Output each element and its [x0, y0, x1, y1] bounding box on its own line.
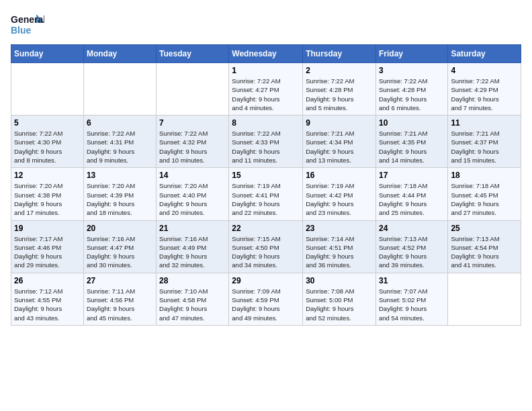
day-number: 13	[87, 171, 153, 180]
day-number: 24	[379, 224, 445, 233]
day-number: 10	[379, 118, 445, 128]
day-number: 11	[451, 118, 518, 128]
cell-info: Sunrise: 7:21 AM Sunset: 4:35 PM Dayligh…	[379, 129, 445, 165]
day-number: 26	[14, 276, 81, 285]
week-row-3: 19Sunrise: 7:17 AM Sunset: 4:46 PM Dayli…	[11, 220, 521, 273]
calendar-cell: 8Sunrise: 7:22 AM Sunset: 4:33 PM Daylig…	[229, 116, 303, 168]
calendar-cell: 18Sunrise: 7:18 AM Sunset: 4:45 PM Dayli…	[448, 168, 521, 220]
cell-info: Sunrise: 7:22 AM Sunset: 4:28 PM Dayligh…	[379, 77, 445, 112]
calendar-cell: 3Sunrise: 7:22 AM Sunset: 4:28 PM Daylig…	[375, 63, 447, 116]
cell-info: Sunrise: 7:17 AM Sunset: 4:46 PM Dayligh…	[14, 234, 81, 270]
day-number: 30	[306, 276, 373, 285]
day-number: 8	[232, 118, 300, 128]
cell-info: Sunrise: 7:20 AM Sunset: 4:40 PM Dayligh…	[159, 181, 226, 217]
cell-info: Sunrise: 7:21 AM Sunset: 4:34 PM Dayligh…	[306, 129, 373, 165]
logo: GeneralBlue	[11, 11, 44, 38]
calendar-cell: 14Sunrise: 7:20 AM Sunset: 4:40 PM Dayli…	[157, 168, 229, 220]
calendar-cell: 28Sunrise: 7:10 AM Sunset: 4:58 PM Dayli…	[157, 273, 229, 325]
day-number: 1	[232, 66, 300, 75]
calendar-cell: 11Sunrise: 7:21 AM Sunset: 4:37 PM Dayli…	[448, 116, 521, 168]
week-row-0: 1Sunrise: 7:22 AM Sunset: 4:27 PM Daylig…	[11, 63, 521, 116]
calendar-cell: 17Sunrise: 7:18 AM Sunset: 4:44 PM Dayli…	[375, 168, 447, 220]
day-number: 21	[159, 224, 226, 233]
calendar-cell: 20Sunrise: 7:16 AM Sunset: 4:47 PM Dayli…	[83, 220, 156, 273]
day-number: 4	[451, 66, 518, 75]
svg-text:General: General	[11, 14, 44, 25]
day-number: 23	[306, 224, 373, 233]
calendar-cell	[448, 273, 521, 325]
cell-info: Sunrise: 7:22 AM Sunset: 4:29 PM Dayligh…	[451, 77, 518, 112]
cell-info: Sunrise: 7:07 AM Sunset: 5:02 PM Dayligh…	[379, 287, 445, 322]
cell-info: Sunrise: 7:13 AM Sunset: 4:52 PM Dayligh…	[379, 234, 445, 270]
calendar-cell: 31Sunrise: 7:07 AM Sunset: 5:02 PM Dayli…	[375, 273, 447, 325]
day-number: 18	[451, 171, 518, 180]
calendar-cell	[83, 63, 156, 116]
day-number: 27	[87, 276, 153, 285]
svg-text:Blue: Blue	[11, 25, 32, 36]
day-number: 7	[159, 118, 226, 128]
day-number: 20	[87, 224, 153, 233]
calendar-cell: 27Sunrise: 7:11 AM Sunset: 4:56 PM Dayli…	[83, 273, 156, 325]
header-cell-thursday: Thursday	[303, 45, 376, 63]
calendar-cell: 16Sunrise: 7:19 AM Sunset: 4:42 PM Dayli…	[303, 168, 376, 220]
cell-info: Sunrise: 7:08 AM Sunset: 5:00 PM Dayligh…	[306, 287, 373, 322]
header-cell-wednesday: Wednesday	[229, 45, 303, 63]
day-number: 28	[159, 276, 226, 285]
day-number: 15	[232, 171, 300, 180]
day-number: 14	[159, 171, 226, 180]
calendar-cell: 22Sunrise: 7:15 AM Sunset: 4:50 PM Dayli…	[229, 220, 303, 273]
cell-info: Sunrise: 7:14 AM Sunset: 4:51 PM Dayligh…	[306, 234, 373, 270]
cell-info: Sunrise: 7:16 AM Sunset: 4:47 PM Dayligh…	[87, 234, 153, 270]
week-row-4: 26Sunrise: 7:12 AM Sunset: 4:55 PM Dayli…	[11, 273, 521, 325]
cell-info: Sunrise: 7:22 AM Sunset: 4:31 PM Dayligh…	[87, 129, 153, 165]
calendar-cell: 5Sunrise: 7:22 AM Sunset: 4:30 PM Daylig…	[11, 116, 84, 168]
day-number: 2	[306, 66, 373, 75]
week-row-1: 5Sunrise: 7:22 AM Sunset: 4:30 PM Daylig…	[11, 116, 521, 168]
day-number: 31	[379, 276, 445, 285]
calendar-cell: 7Sunrise: 7:22 AM Sunset: 4:32 PM Daylig…	[157, 116, 229, 168]
day-number: 16	[306, 171, 373, 180]
cell-info: Sunrise: 7:22 AM Sunset: 4:32 PM Dayligh…	[159, 129, 226, 165]
day-number: 29	[232, 276, 300, 285]
header-cell-friday: Friday	[375, 45, 447, 63]
day-number: 3	[379, 66, 445, 75]
cell-info: Sunrise: 7:19 AM Sunset: 4:42 PM Dayligh…	[306, 181, 373, 217]
cell-info: Sunrise: 7:10 AM Sunset: 4:58 PM Dayligh…	[159, 287, 226, 322]
day-number: 25	[451, 224, 518, 233]
week-row-2: 12Sunrise: 7:20 AM Sunset: 4:38 PM Dayli…	[11, 168, 521, 220]
cell-info: Sunrise: 7:20 AM Sunset: 4:38 PM Dayligh…	[14, 181, 81, 217]
calendar-cell	[157, 63, 229, 116]
calendar-cell: 24Sunrise: 7:13 AM Sunset: 4:52 PM Dayli…	[375, 220, 447, 273]
calendar-body: 1Sunrise: 7:22 AM Sunset: 4:27 PM Daylig…	[11, 63, 521, 326]
calendar-header: SundayMondayTuesdayWednesdayThursdayFrid…	[11, 45, 521, 63]
calendar-cell: 13Sunrise: 7:20 AM Sunset: 4:39 PM Dayli…	[83, 168, 156, 220]
calendar-cell: 21Sunrise: 7:16 AM Sunset: 4:49 PM Dayli…	[157, 220, 229, 273]
cell-info: Sunrise: 7:19 AM Sunset: 4:41 PM Dayligh…	[232, 181, 300, 217]
page-header: GeneralBlue	[11, 11, 521, 38]
calendar-cell: 10Sunrise: 7:21 AM Sunset: 4:35 PM Dayli…	[375, 116, 447, 168]
header-row: SundayMondayTuesdayWednesdayThursdayFrid…	[11, 45, 521, 63]
day-number: 6	[87, 118, 153, 128]
calendar-cell: 29Sunrise: 7:09 AM Sunset: 4:59 PM Dayli…	[229, 273, 303, 325]
cell-info: Sunrise: 7:12 AM Sunset: 4:55 PM Dayligh…	[14, 287, 81, 322]
cell-info: Sunrise: 7:21 AM Sunset: 4:37 PM Dayligh…	[451, 129, 518, 165]
cell-info: Sunrise: 7:11 AM Sunset: 4:56 PM Dayligh…	[87, 287, 153, 322]
cell-info: Sunrise: 7:22 AM Sunset: 4:30 PM Dayligh…	[14, 129, 81, 165]
calendar-cell: 23Sunrise: 7:14 AM Sunset: 4:51 PM Dayli…	[303, 220, 376, 273]
logo-svg: GeneralBlue	[11, 11, 44, 38]
calendar-cell: 6Sunrise: 7:22 AM Sunset: 4:31 PM Daylig…	[83, 116, 156, 168]
day-number: 19	[14, 224, 81, 233]
calendar-cell: 12Sunrise: 7:20 AM Sunset: 4:38 PM Dayli…	[11, 168, 84, 220]
calendar-table: SundayMondayTuesdayWednesdayThursdayFrid…	[11, 44, 521, 326]
header-cell-tuesday: Tuesday	[157, 45, 229, 63]
calendar-cell: 4Sunrise: 7:22 AM Sunset: 4:29 PM Daylig…	[448, 63, 521, 116]
day-number: 12	[14, 171, 81, 180]
cell-info: Sunrise: 7:20 AM Sunset: 4:39 PM Dayligh…	[87, 181, 153, 217]
calendar-cell: 15Sunrise: 7:19 AM Sunset: 4:41 PM Dayli…	[229, 168, 303, 220]
cell-info: Sunrise: 7:15 AM Sunset: 4:50 PM Dayligh…	[232, 234, 300, 270]
day-number: 5	[14, 118, 81, 128]
header-cell-monday: Monday	[83, 45, 156, 63]
calendar-cell: 2Sunrise: 7:22 AM Sunset: 4:28 PM Daylig…	[303, 63, 376, 116]
calendar-cell: 19Sunrise: 7:17 AM Sunset: 4:46 PM Dayli…	[11, 220, 84, 273]
cell-info: Sunrise: 7:09 AM Sunset: 4:59 PM Dayligh…	[232, 287, 300, 322]
